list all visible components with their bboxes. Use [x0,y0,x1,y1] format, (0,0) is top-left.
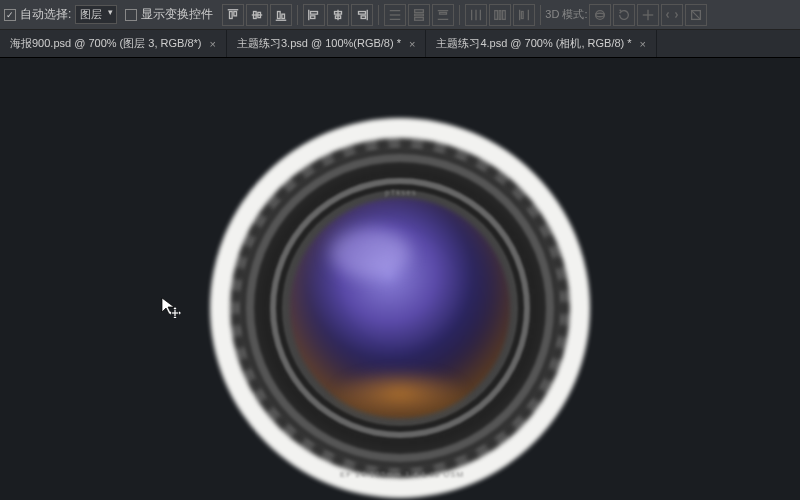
mode-3d-label: 3D 模式: [545,7,587,22]
transform-controls-label: 显示变换控件 [141,6,213,23]
svg-rect-22 [415,14,424,16]
align-top-edges-icon[interactable] [222,4,244,26]
auto-select-group: ✓ 自动选择: 图层 [4,5,117,24]
align-right-edges-icon[interactable] [351,4,373,26]
lens-glare-highlight [330,228,410,278]
svg-rect-30 [495,10,498,19]
transform-controls-group: 显示变换控件 [125,6,213,23]
svg-rect-8 [282,14,285,18]
document-tabbar: 海报900.psd @ 700% (图层 3, RGB/8*) × 主题练习3.… [0,30,800,58]
svg-rect-7 [278,11,281,18]
auto-select-dropdown[interactable]: 图层 [75,5,117,24]
align-hcenter-icon[interactable] [327,4,349,26]
svg-point-37 [595,13,604,17]
svg-rect-2 [234,11,237,15]
3d-slide-icon[interactable] [661,4,683,26]
svg-rect-21 [415,9,424,12]
distribute-top-icon[interactable] [384,4,406,26]
tab-document-1[interactable]: 主题练习3.psd @ 100%(RGB/8) * × [227,30,426,57]
canvas-area[interactable]: pTkses EF 24-105mm 1:4 L IS USM [0,58,800,500]
svg-rect-25 [440,12,447,14]
lens-ring-text: EF 24-105mm 1:4 L IS USM [340,470,464,479]
3d-scale-icon[interactable] [685,4,707,26]
align-vcenter-icon[interactable] [246,4,268,26]
tab-document-0[interactable]: 海报900.psd @ 700% (图层 3, RGB/8*) × [0,30,227,57]
svg-rect-17 [361,15,365,18]
tab-document-2[interactable]: 主题练习4.psd @ 700% (相机, RGB/8) * × [426,30,657,57]
svg-rect-1 [230,11,233,18]
distribute-right-icon[interactable] [513,4,535,26]
svg-rect-23 [415,17,424,20]
options-toolbar: ✓ 自动选择: 图层 显示变换控件 3D 模式: [0,0,800,30]
lens-orange-reflection [330,368,470,418]
close-icon[interactable]: × [640,38,646,50]
lens-brand-text: pTkses [385,188,417,197]
svg-rect-31 [499,10,501,19]
toolbar-separator [540,5,541,25]
toolbar-separator [459,5,460,25]
auto-select-label: 自动选择: [20,6,71,23]
distribute-bottom-icon[interactable] [432,4,454,26]
svg-rect-32 [503,10,506,19]
toolbar-separator [297,5,298,25]
distribute-hcenter-icon[interactable] [489,4,511,26]
svg-rect-11 [311,15,315,18]
distribute-vcenter-icon[interactable] [408,4,430,26]
close-icon[interactable]: × [409,38,415,50]
3d-orbit-icon[interactable] [589,4,611,26]
move-tool-cursor-icon [160,296,182,318]
auto-select-checkbox[interactable]: ✓ [4,9,16,21]
svg-rect-10 [311,11,318,14]
tab-label: 主题练习3.psd @ 100%(RGB/8) * [237,36,401,51]
transform-controls-checkbox[interactable] [125,9,137,21]
3d-pan-icon[interactable] [637,4,659,26]
align-bottom-edges-icon[interactable] [270,4,292,26]
svg-point-36 [595,10,604,19]
svg-line-41 [691,10,700,19]
svg-rect-16 [359,11,366,14]
tab-label: 主题练习4.psd @ 700% (相机, RGB/8) * [436,36,631,51]
align-left-edges-icon[interactable] [303,4,325,26]
svg-rect-34 [522,11,524,18]
tab-label: 海报900.psd @ 700% (图层 3, RGB/8*) [10,36,202,51]
3d-rotate-icon[interactable] [613,4,635,26]
toolbar-separator [378,5,379,25]
close-icon[interactable]: × [210,38,216,50]
distribute-left-icon[interactable] [465,4,487,26]
